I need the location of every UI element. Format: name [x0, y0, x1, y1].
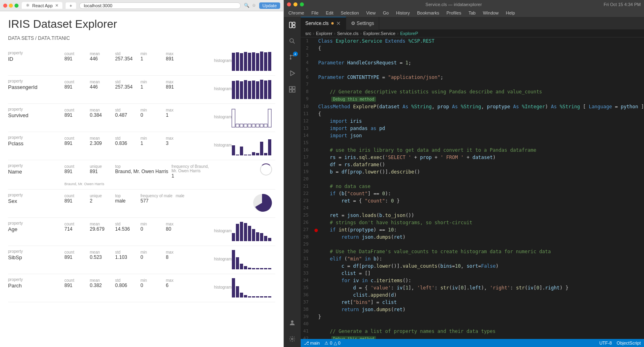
code-line-5: 5: [301, 66, 644, 74]
svg-rect-72: [293, 22, 295, 25]
tab-close-icon[interactable]: ✕: [55, 3, 58, 8]
svg-rect-38: [264, 153, 267, 155]
code-line-10: 10 ClassMethod ExploreP(dataset As %Stri…: [301, 103, 644, 110]
property-info: property Age: [8, 221, 64, 232]
menu-selection[interactable]: Selection: [337, 10, 362, 15]
maximize-button[interactable]: [300, 2, 304, 6]
new-tab-button[interactable]: +: [66, 2, 76, 9]
activity-search-icon[interactable]: [287, 36, 297, 46]
code-line-42: 42 Debug this method: [301, 335, 644, 339]
code-line-26: 26 # strings don't have histograms, so s…: [301, 219, 644, 226]
svg-rect-60: [268, 268, 271, 269]
svg-rect-73: [293, 25, 295, 28]
bc-explorer-service[interactable]: Explorer.Service: [363, 31, 395, 36]
table-row: property Pclass count 891 mean 2.309 std…: [8, 132, 275, 160]
svg-rect-23: [244, 124, 247, 127]
svg-rect-68: [260, 296, 263, 297]
maximize-dot[interactable]: [14, 4, 19, 8]
activity-debug-icon[interactable]: [287, 68, 297, 78]
stats-section: count 891 mean 0.382 std 0.806 min 0: [64, 277, 201, 288]
menu-window[interactable]: Window: [480, 10, 502, 15]
menu-tab[interactable]: Tab: [465, 10, 479, 15]
svg-rect-55: [248, 268, 251, 269]
modified-indicator: [331, 22, 334, 25]
activity-explorer-icon[interactable]: [287, 20, 297, 30]
svg-rect-58: [260, 268, 263, 269]
svg-rect-84: [289, 90, 292, 92]
svg-rect-51: [232, 250, 235, 269]
menu-view[interactable]: View: [363, 10, 379, 15]
tab-settings[interactable]: ⚙ Settings: [346, 17, 380, 30]
svg-rect-41: [232, 233, 235, 241]
activity-git-icon[interactable]: 4: [287, 52, 297, 62]
vscode-window-title: Service.cls — iridataexplorer: [425, 2, 482, 7]
tab-service-cls[interactable]: Service.cls ✕: [301, 17, 346, 30]
code-line-15: 15: [301, 139, 644, 147]
menu-go[interactable]: Go: [380, 10, 392, 15]
address-bar[interactable]: localhost:3000: [79, 2, 241, 9]
menu-history[interactable]: History: [393, 10, 413, 15]
svg-rect-53: [240, 264, 243, 269]
code-line-25: 25 ret = json.loads(b.to_json()): [301, 212, 644, 219]
bc-explorep[interactable]: ExploreP: [400, 31, 418, 36]
svg-rect-2: [240, 53, 243, 71]
minimize-button[interactable]: [293, 2, 297, 6]
svg-rect-36: [256, 153, 259, 155]
menu-chrome[interactable]: Chrome: [285, 10, 308, 15]
bc-explorer[interactable]: Explorer: [316, 31, 332, 36]
activity-account-icon[interactable]: [287, 318, 297, 328]
svg-rect-5: [252, 52, 255, 71]
svg-rect-7: [260, 52, 263, 71]
close-dot[interactable]: [3, 4, 7, 8]
svg-rect-0: [232, 53, 235, 71]
menu-edit[interactable]: Edit: [322, 10, 336, 15]
svg-rect-62: [236, 286, 239, 297]
bookmark-icon[interactable]: ☆: [252, 3, 256, 8]
menu-file[interactable]: File: [308, 10, 322, 15]
svg-rect-37: [260, 142, 263, 155]
breadcrumb-datasets[interactable]: DATA SETS: [8, 35, 34, 41]
close-button[interactable]: [287, 2, 291, 6]
histogram-chart: [232, 107, 272, 127]
histogram-chart: [232, 221, 272, 241]
activity-settings-icon[interactable]: [287, 334, 297, 344]
property-info: property Survived: [8, 107, 64, 118]
menu-profiles[interactable]: Profiles: [443, 10, 464, 15]
table-row: property SibSp count 891 mean 0.523 std …: [8, 246, 275, 274]
bc-src[interactable]: src: [305, 31, 312, 36]
loading-area: [225, 163, 275, 176]
tab-label: React App: [32, 3, 53, 8]
code-line-8: 8 // Generate descriptive statistics usi…: [301, 88, 644, 95]
search-icon[interactable]: 🔍: [244, 3, 250, 8]
code-line-2: 2 {: [301, 45, 644, 52]
menu-help[interactable]: Help: [503, 10, 518, 15]
browser-tab[interactable]: ⚛ React App ✕: [22, 2, 62, 9]
tab-close-button[interactable]: ✕: [336, 20, 341, 27]
activity-extensions-icon[interactable]: [287, 85, 297, 94]
histogram-area: histogram: [201, 51, 275, 71]
svg-rect-3: [244, 52, 247, 71]
svg-rect-13: [244, 80, 247, 99]
menu-bookmarks[interactable]: Bookmarks: [414, 10, 442, 15]
editor-breadcrumb: src › Explorer › Service.cls › Explorer.…: [301, 30, 644, 37]
code-editor[interactable]: 1 Class Explorer.Service Extends %CSP.RE…: [301, 37, 644, 339]
svg-rect-1: [236, 52, 239, 71]
svg-rect-29: [268, 109, 271, 127]
svg-rect-27: [260, 124, 263, 127]
code-line-20: 20: [301, 176, 644, 183]
code-line-33: 33 clist = []: [301, 270, 644, 277]
svg-point-86: [291, 320, 293, 323]
code-line-14: 14 import json: [301, 132, 644, 139]
svg-rect-33: [244, 155, 247, 155]
svg-rect-48: [260, 233, 263, 241]
svg-rect-26: [256, 124, 259, 127]
minimize-dot[interactable]: [9, 4, 13, 8]
svg-rect-22: [240, 124, 243, 127]
stats-section: count 891 mean 2.309 std 0.836 min 1: [64, 135, 201, 146]
code-line-28: 28 return json.dumps(ret): [301, 233, 644, 241]
code-line-11: 11 {: [301, 110, 644, 118]
page-title: IRIS Dataset Explorer: [8, 18, 275, 31]
update-button[interactable]: Update: [259, 2, 280, 9]
svg-rect-57: [256, 268, 259, 269]
bc-service-cls[interactable]: Service.cls: [337, 31, 359, 36]
